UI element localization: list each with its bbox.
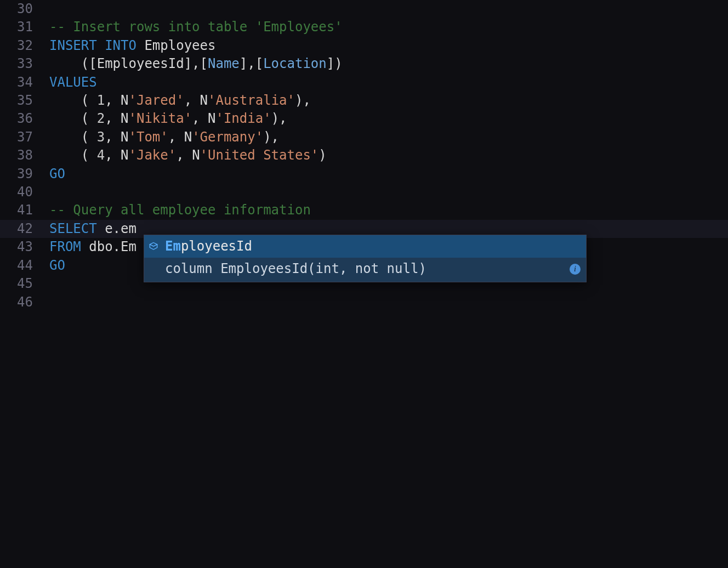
suggestion-detail-row: column EmployeesId(int, not null) i (144, 258, 586, 281)
line-number: 43 (0, 238, 49, 256)
suggestion-detail-text: column EmployeesId(int, not null) (165, 260, 426, 278)
column-name: Name (208, 56, 240, 71)
suggestion-label: EmployeesId (165, 237, 252, 255)
comment-text: -- Query all employee information (49, 201, 311, 219)
code-line[interactable]: 35 ( 1, N'Jared', N'Australia'), (0, 92, 728, 110)
line-number: 44 (0, 257, 49, 275)
line-number: 31 (0, 18, 49, 36)
code-line[interactable]: 36 ( 2, N'Nikita', N'India'), (0, 110, 728, 128)
line-number: 45 (0, 275, 49, 293)
code-line[interactable]: 32 INSERT INTO Employees (0, 37, 728, 55)
string-literal: 'Germany' (192, 129, 263, 145)
comment-text: -- Insert rows into table 'Employees' (49, 18, 343, 36)
line-number: 35 (0, 92, 49, 110)
line-number: 34 (0, 73, 49, 92)
string-literal: 'Jake' (129, 147, 177, 163)
code-line[interactable]: 34 VALUES (0, 73, 728, 92)
string-literal: 'Nikita' (129, 111, 192, 126)
line-number: 41 (0, 201, 49, 219)
keyword: FROM (49, 239, 81, 254)
column-name: EmployeesId (97, 56, 184, 71)
column-name: Location (263, 56, 327, 71)
string-literal: 'Jared' (129, 93, 184, 108)
line-number: 36 (0, 110, 49, 128)
string-literal: 'Tom' (129, 129, 168, 145)
field-icon (147, 241, 160, 253)
code-line[interactable]: 39 GO (0, 165, 728, 183)
string-literal: 'Australia' (208, 93, 295, 108)
line-number: 39 (0, 165, 49, 183)
code-editor[interactable]: 30 31 -- Insert rows into table 'Employe… (0, 0, 728, 311)
code-line[interactable]: 38 ( 4, N'Jake', N'United States') (0, 146, 728, 164)
line-number: 37 (0, 128, 49, 146)
line-number: 38 (0, 146, 49, 164)
string-literal: 'India' (215, 111, 271, 126)
suggestion-item[interactable]: EmployeesId (144, 235, 586, 258)
string-literal: 'United States' (200, 147, 319, 163)
line-number: 33 (0, 55, 49, 73)
line-number: 46 (0, 293, 49, 311)
keyword: VALUES (49, 75, 97, 90)
info-icon[interactable]: i (570, 264, 581, 275)
error-token: em (121, 221, 136, 237)
code-line[interactable]: 30 (0, 0, 728, 18)
code-line[interactable]: 41 -- Query all employee information (0, 201, 728, 219)
keyword: INSERT INTO (49, 38, 136, 53)
line-number: 32 (0, 37, 49, 55)
line-number: 40 (0, 183, 49, 201)
code-line[interactable]: 31 -- Insert rows into table 'Employees' (0, 18, 728, 36)
identifier: Employees (144, 38, 215, 53)
keyword-go: GO (49, 258, 65, 273)
code-line[interactable]: 40 (0, 183, 728, 201)
code-line[interactable]: 46 (0, 293, 728, 311)
code-line[interactable]: 33 ([EmployeesId],[Name],[Location]) (0, 55, 728, 73)
keyword: SELECT (49, 221, 97, 236)
code-line[interactable]: 37 ( 3, N'Tom', N'Germany'), (0, 128, 728, 146)
keyword-go: GO (49, 166, 65, 181)
line-number: 42 (0, 220, 49, 238)
line-number: 30 (0, 0, 49, 18)
intellisense-popup[interactable]: EmployeesId column EmployeesId(int, not … (144, 235, 587, 282)
